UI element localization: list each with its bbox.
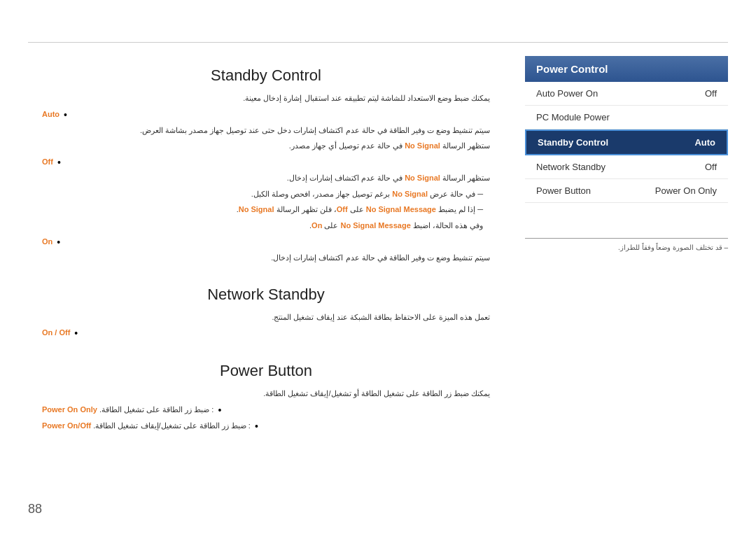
off-bullet: • Off: [42, 155, 490, 170]
dash-line-3: وفي هذه الحالة، اضبط No Signal Message ع…: [42, 219, 490, 232]
standby-control-section: Standby Control يمكنك ضبط وضع الاستعداد …: [42, 66, 490, 265]
no-signal-2: No Signal: [405, 174, 440, 182]
power-button-desc: يمكنك ضبط زر الطاقة على تشغيل الطاقة أو …: [42, 387, 490, 400]
sidebar-power-button-value: Power On Only: [655, 185, 717, 196]
sidebar-item-pc-module-power[interactable]: PC Module Power: [525, 106, 728, 129]
power-on-only-desc: : ضبط زر الطاقة على تشغيل الطاقة. Power …: [42, 403, 214, 416]
standby-control-title: Standby Control: [42, 66, 490, 85]
sidebar-note: – قد تختلف الصورة وضعاً وفقاً للطراز.: [525, 244, 728, 251]
standby-intro: يمكنك ضبط وضع الاستعداد للشاشة ليتم تطبي…: [42, 92, 490, 105]
main-content: Standby Control يمكنك ضبط وضع الاستعداد …: [28, 52, 504, 435]
sidebar-divider: [525, 238, 728, 239]
network-on-off-bullet: • On / Off: [42, 326, 490, 341]
off-label: Off: [42, 155, 53, 169]
power-on-only-label: Power On Only: [42, 405, 97, 414]
power-on-off-dot: •: [255, 419, 258, 434]
sidebar-network-standby-value: Off: [705, 162, 717, 172]
sidebar-power-button-label: Power Button: [536, 185, 591, 196]
auto-label: Auto: [42, 108, 59, 121]
auto-bullet-dot: •: [64, 108, 67, 122]
sidebar-standby-control-label: Standby Control: [538, 137, 608, 148]
sidebar-auto-power-on-label: Auto Power On: [536, 88, 598, 99]
network-standby-desc: تعمل هذه الميزة على الاحتفاظ بطاقة الشبك…: [42, 311, 490, 324]
sidebar-title: Power Control: [536, 63, 608, 75]
sidebar-header: Power Control: [525, 56, 728, 82]
top-divider: [28, 42, 728, 43]
dash-line-1: ─ في حالة عرض No Signal برغم توصيل جهاز …: [42, 188, 490, 201]
power-button-title: Power Button: [42, 362, 490, 380]
auto-bullet: • Auto: [42, 108, 490, 122]
sidebar-standby-control-value: Auto: [694, 137, 715, 148]
page-number: 88: [28, 502, 42, 517]
on-desc: سيتم تنشيط وضع ت وفير الطاقة في حالة عدم…: [42, 251, 490, 265]
sidebar-panel: Power Control Auto Power On Off PC Modul…: [525, 56, 728, 203]
dash-line-2: ─ إذا لم يضبط No Signal Message على Off،…: [42, 203, 490, 216]
off-bullet-dot: •: [57, 155, 61, 170]
power-on-only-bullet: • : ضبط زر الطاقة على تشغيل الطاقة. Powe…: [42, 403, 490, 418]
sidebar-item-auto-power-on[interactable]: Auto Power On Off: [525, 82, 728, 106]
on-bullet-dot: •: [57, 235, 60, 250]
sidebar-item-network-standby[interactable]: Network Standby Off: [525, 155, 728, 179]
sidebar-auto-power-on-value: Off: [705, 88, 717, 99]
auto-desc: سيتم تنشيط وضع ت وفير الطاقة في حالة عدم…: [42, 124, 490, 137]
power-on-off-bullet: • : ضبط زر الطاقة على تشغيل/إيقاف تشغيل …: [42, 419, 490, 434]
no-signal-1: No Signal: [405, 141, 440, 150]
sidebar-item-standby-control[interactable]: Standby Control Auto: [525, 129, 728, 155]
sidebar-pc-module-label: PC Module Power: [536, 112, 610, 122]
off-desc: ستظهر الرسالة No Signal في حالة عدم اكتش…: [42, 171, 490, 185]
network-standby-section: Network Standby تعمل هذه الميزة على الاح…: [42, 286, 490, 342]
power-on-only-dot: •: [218, 403, 221, 418]
power-on-off-label: Power On/Off: [42, 421, 91, 430]
on-label: On: [42, 235, 52, 248]
network-standby-title: Network Standby: [42, 286, 490, 304]
power-button-section: Power Button يمكنك ضبط زر الطاقة على تشغ…: [42, 362, 490, 434]
network-bullet-dot: •: [74, 326, 78, 341]
power-on-off-desc: : ضبط زر الطاقة على تشغيل/إيقاف تشغيل ال…: [42, 419, 251, 433]
sidebar-item-power-button[interactable]: Power Button Power On Only: [525, 179, 728, 203]
auto-no-signal-line: ستظهر الرسالة No Signal في حالة عدم توصي…: [42, 139, 490, 153]
on-bullet: • On: [42, 235, 490, 250]
on-off-label: On / Off: [42, 326, 70, 339]
sidebar-network-standby-label: Network Standby: [536, 162, 606, 172]
